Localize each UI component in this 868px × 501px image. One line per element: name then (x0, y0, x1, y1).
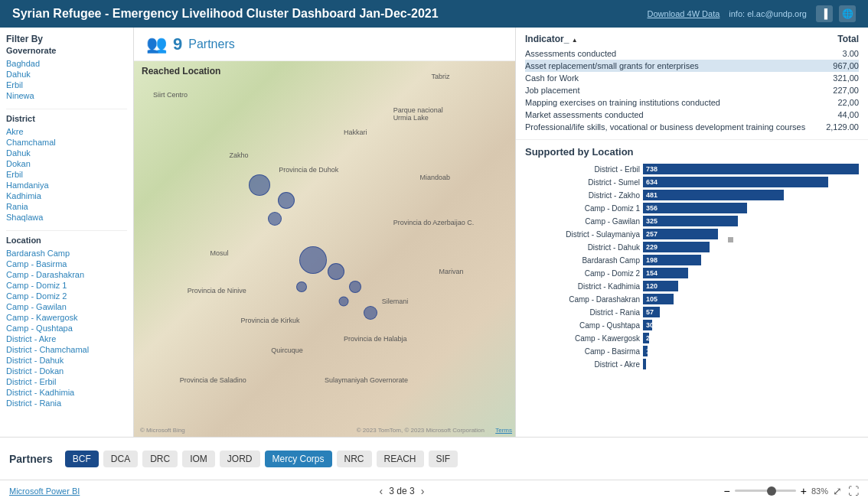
map-bubble-7 (296, 281, 307, 292)
header-icon-bar[interactable]: ▐ (816, 5, 833, 22)
partner-tab[interactable]: DRC (142, 451, 178, 467)
partner-tab[interactable]: NRC (337, 451, 372, 467)
governorate-item[interactable]: Dahuk (6, 69, 127, 80)
bar-value: 198 (646, 256, 658, 264)
map-title: Reached Location (142, 66, 220, 76)
district-item[interactable]: Akre (6, 126, 127, 137)
filter-section-district: District AkreChamchamalDahukDokanErbilHa… (6, 114, 127, 223)
location-item[interactable]: District - Dokan (6, 366, 127, 376)
map-container[interactable]: Reached Location Siirt Centro Tabriz Par… (134, 61, 515, 437)
location-item[interactable]: Camp - Domiz 1 (6, 280, 127, 291)
partner-tab[interactable]: BCF (65, 451, 99, 467)
bottom-bar: Microsoft Power BI ‹ 3 de 3 › − + 83% ⤢ … (0, 480, 868, 501)
download-link[interactable]: Download 4W Data (648, 9, 720, 18)
location-item[interactable]: District - Kadhimia (6, 387, 127, 398)
supported-title: Supported by Location (525, 146, 859, 158)
bar-track: 22 (643, 333, 859, 343)
bar-value: 105 (646, 295, 658, 303)
bar-row: District - Zakho 481 (525, 190, 859, 200)
indicator-name: Assessments conducted (525, 49, 813, 58)
header-icon-globe[interactable]: 🌐 (839, 5, 856, 22)
indicator-value: 321,00 (813, 73, 859, 83)
bar-row: Camp - Domiz 2 154 (525, 268, 859, 278)
map-label-urmia: Parque nacionalUrmia Lake (393, 106, 443, 122)
bar-track: 10 (643, 359, 859, 369)
bar-track: 738 (643, 164, 859, 174)
location-item[interactable]: Bardarash Camp (6, 248, 127, 259)
map-terms-link[interactable]: Terms (495, 427, 512, 434)
partners-count: 9 (173, 34, 182, 54)
zoom-minus-button[interactable]: − (724, 485, 730, 497)
bar-label: District - Sumel (525, 178, 640, 187)
bar-value: 154 (646, 269, 658, 277)
district-label: District (6, 114, 127, 123)
location-item[interactable]: Camp - Qushtapa (6, 323, 127, 333)
district-item[interactable]: Kadhimia (6, 190, 127, 201)
indicator-header: Indicator_ ▲ Total (525, 34, 859, 44)
header: Syrian Refugee - Emergency Livelihood Cl… (0, 0, 868, 28)
zoom-plus-button[interactable]: + (801, 485, 807, 497)
location-label: Location (6, 236, 127, 245)
location-item[interactable]: Camp - Darashakran (6, 269, 127, 280)
scroll-indicator-dot (728, 237, 733, 242)
bar-track: 57 (643, 307, 859, 317)
powerbi-link[interactable]: Microsoft Power BI (9, 486, 80, 496)
map-label-siirt: Siirt Centro (153, 91, 188, 99)
map-bubble-8 (338, 297, 348, 307)
partners-label: Partners (188, 37, 234, 51)
governorate-item[interactable]: Erbil (6, 80, 127, 90)
prev-page-arrow[interactable]: ‹ (380, 485, 383, 497)
indicator-row: Job placement227,00 (525, 84, 859, 96)
bar-value: 257 (646, 230, 658, 238)
indicator-name: Market assessments conducted (525, 110, 813, 119)
zoom-thumb[interactable] (767, 486, 776, 496)
main-container: Filter By Governorate BaghdadDahukErbilN… (0, 28, 868, 437)
location-item[interactable]: District - Dahuk (6, 355, 127, 366)
bar-row: Camp - Gawilan 325 (525, 216, 859, 226)
sort-arrow[interactable]: ▲ (572, 37, 578, 44)
bar-row: District - Kadhimia 120 (525, 281, 859, 291)
location-item[interactable]: Camp - Domiz 2 (6, 291, 127, 301)
location-item[interactable]: District - Akre (6, 333, 127, 344)
bar-value: 10 (646, 360, 654, 368)
indicator-row: Asset replacement/small grants for enter… (525, 60, 859, 72)
district-item[interactable]: Rania (6, 201, 127, 212)
district-item[interactable]: Erbil (6, 169, 127, 180)
district-item[interactable]: Shaqlawa (6, 212, 127, 223)
partner-tab[interactable]: DCA (103, 451, 138, 467)
indicator-name: Asset replacement/small grants for enter… (525, 61, 813, 70)
location-item[interactable]: District - Rania (6, 398, 127, 408)
bar-label: Camp - Basirma (525, 347, 640, 356)
partner-tab[interactable]: REACH (377, 451, 424, 467)
partner-tab[interactable]: IOM (182, 451, 215, 467)
district-item[interactable]: Chamchamal (6, 137, 127, 148)
governorate-item[interactable]: Ninewa (6, 90, 127, 101)
indicator-row: Mapping exercises on training institutio… (525, 96, 859, 109)
location-item[interactable]: Camp - Gawilan (6, 301, 127, 312)
bar-fill (643, 190, 784, 200)
governorate-item[interactable]: Baghdad (6, 58, 127, 69)
indicator-name: Job placement (525, 86, 813, 95)
expand-icon[interactable]: ⛶ (848, 485, 859, 497)
partner-tab[interactable]: SIF (429, 451, 458, 467)
bar-row: District - Akre 10 (525, 359, 859, 369)
next-page-arrow[interactable]: › (421, 485, 425, 497)
map-label-azerbaijan: Provincia do Azerbaijao C. (393, 219, 475, 226)
pagination: ‹ 3 de 3 › (380, 485, 425, 497)
district-item[interactable]: Dokan (6, 158, 127, 169)
location-item[interactable]: District - Erbil (6, 376, 127, 387)
district-item[interactable]: Dahuk (6, 148, 127, 158)
zoom-track[interactable] (735, 490, 796, 492)
location-item[interactable]: District - Chamchamal (6, 344, 127, 355)
bar-chart: District - Erbil 738 District - Sumel 63… (525, 164, 859, 369)
location-item[interactable]: Camp - Basirma (6, 259, 127, 269)
partner-tab[interactable]: Mercy Corps (265, 451, 332, 467)
bar-value: 57 (646, 308, 654, 316)
fullscreen-icon[interactable]: ⤢ (833, 485, 842, 497)
partner-tab[interactable]: JORD (220, 451, 260, 467)
location-item[interactable]: Camp - Kawergosk (6, 312, 127, 323)
bar-label: District - Rania (525, 308, 640, 317)
bar-label: Camp - Qushtapa (525, 321, 640, 330)
district-item[interactable]: Hamdaniya (6, 180, 127, 190)
governorate-list: BaghdadDahukErbilNinewa (6, 58, 127, 101)
